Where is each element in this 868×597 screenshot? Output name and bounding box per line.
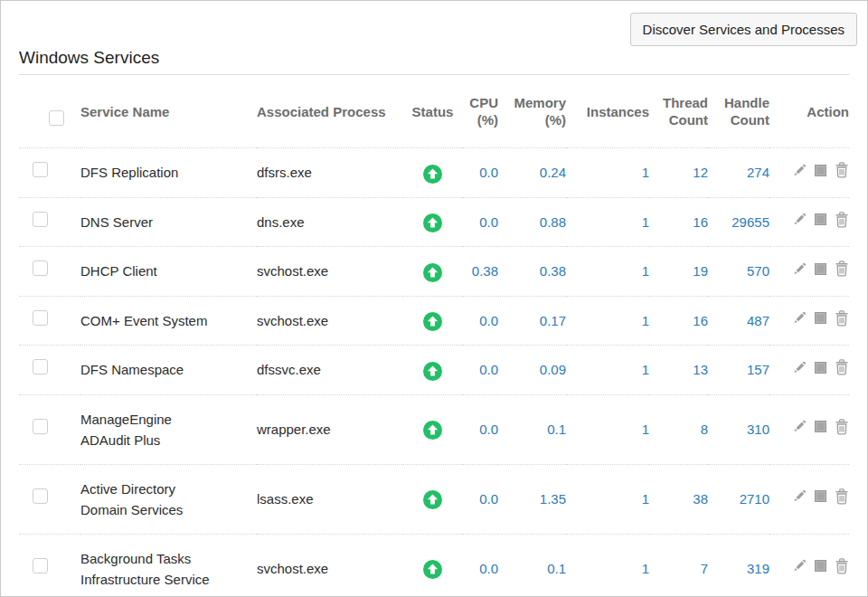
- row-checkbox[interactable]: [33, 162, 48, 177]
- services-table: Service Name Associated Process Status C…: [19, 75, 849, 597]
- header-row: Service Name Associated Process Status C…: [19, 75, 849, 148]
- table-row: COM+ Event Systemsvchost.exe 0.00.171164…: [19, 296, 849, 346]
- row-actions: [791, 488, 849, 505]
- row-checkbox[interactable]: [33, 359, 48, 374]
- row-actions: [791, 162, 849, 178]
- instances-value: 1: [566, 419, 649, 440]
- cpu-value: 0.0: [462, 359, 498, 380]
- stop-icon: [815, 312, 826, 324]
- memory-value: 0.09: [498, 359, 566, 380]
- delete-action-button[interactable]: [835, 359, 849, 375]
- cpu-value: 0.38: [462, 261, 498, 281]
- associated-process: dns.exe: [257, 212, 403, 232]
- stop-icon: [815, 213, 826, 225]
- associated-process: wrapper.exe: [257, 419, 403, 440]
- service-name: DHCP Client: [80, 261, 257, 281]
- status-up-icon: [423, 490, 442, 509]
- thread-count-value: 8: [649, 419, 708, 440]
- row-checkbox[interactable]: [33, 558, 48, 573]
- memory-value: 1.35: [498, 488, 566, 509]
- edit-action-button[interactable]: [791, 488, 807, 504]
- associated-process: svchost.exe: [257, 310, 403, 331]
- status-up-icon: [423, 213, 442, 232]
- instances-value: 1: [566, 310, 649, 331]
- stop-icon: [815, 490, 826, 502]
- delete-action-button[interactable]: [835, 261, 849, 277]
- delete-icon: [835, 310, 849, 327]
- handle-count-value: 2710: [708, 488, 769, 509]
- edit-action-button[interactable]: [791, 419, 807, 434]
- select-all-checkbox[interactable]: [49, 110, 64, 126]
- delete-action-button[interactable]: [835, 488, 849, 505]
- stop-icon: [815, 165, 826, 176]
- stop-action-button[interactable]: [815, 362, 826, 374]
- memory-value: 0.38: [498, 261, 566, 281]
- delete-icon: [835, 162, 849, 178]
- thread-count-value: 19: [649, 261, 708, 281]
- associated-process: lsass.exe: [257, 488, 403, 509]
- status-up-icon: [423, 165, 442, 184]
- stop-action-button[interactable]: [815, 165, 826, 176]
- status-up-icon: [423, 560, 442, 579]
- delete-action-button[interactable]: [835, 310, 849, 327]
- service-name: COM+ Event System: [80, 310, 257, 331]
- thread-count-value: 7: [649, 558, 708, 579]
- windows-services-panel: Discover Services and Processes Windows …: [0, 0, 868, 597]
- handle-count-value: 310: [708, 419, 769, 440]
- thread-count-value: 13: [649, 359, 708, 380]
- edit-action-button[interactable]: [791, 163, 807, 178]
- row-checkbox[interactable]: [33, 261, 48, 276]
- thread-count-value: 16: [649, 212, 708, 232]
- service-name: DNS Server: [80, 212, 257, 232]
- discover-services-button[interactable]: Discover Services and Processes: [630, 13, 857, 46]
- row-actions: [791, 419, 849, 435]
- delete-action-button[interactable]: [835, 212, 849, 228]
- page-title: Windows Services: [19, 48, 849, 75]
- memory-value: 0.24: [498, 162, 566, 183]
- instances-value: 1: [566, 162, 649, 183]
- delete-icon: [835, 558, 849, 574]
- column-header-action: Action: [769, 75, 849, 148]
- row-checkbox[interactable]: [33, 310, 48, 326]
- thread-count-value: 38: [649, 488, 708, 509]
- handle-count-value: 157: [708, 359, 769, 380]
- memory-value: 0.1: [498, 558, 566, 579]
- cpu-value: 0.0: [462, 419, 498, 440]
- edit-icon: [791, 212, 807, 227]
- row-actions: [791, 558, 849, 574]
- status-up-icon: [423, 263, 442, 282]
- row-actions: [791, 359, 849, 375]
- stop-action-button[interactable]: [815, 312, 826, 324]
- stop-action-button[interactable]: [815, 263, 826, 275]
- stop-action-button[interactable]: [815, 421, 826, 432]
- delete-icon: [835, 212, 849, 228]
- edit-icon: [791, 558, 807, 573]
- stop-action-button[interactable]: [815, 490, 826, 502]
- column-header-service-name: Service Name: [80, 75, 257, 148]
- stop-action-button[interactable]: [815, 560, 826, 572]
- edit-action-button[interactable]: [791, 558, 807, 573]
- row-checkbox[interactable]: [33, 212, 48, 227]
- cpu-value: 0.0: [462, 212, 498, 232]
- stop-action-button[interactable]: [815, 213, 826, 225]
- stop-icon: [815, 421, 826, 432]
- edit-action-button[interactable]: [791, 261, 807, 277]
- instances-value: 1: [566, 488, 649, 509]
- edit-action-button[interactable]: [791, 310, 807, 326]
- edit-action-button[interactable]: [791, 212, 807, 227]
- delete-action-button[interactable]: [835, 558, 849, 574]
- delete-action-button[interactable]: [835, 162, 849, 178]
- status-up-icon: [423, 362, 442, 381]
- associated-process: dfssvc.exe: [257, 359, 403, 380]
- delete-action-button[interactable]: [835, 419, 849, 435]
- row-checkbox[interactable]: [33, 419, 48, 434]
- edit-icon: [791, 163, 807, 178]
- edit-action-button[interactable]: [791, 360, 807, 375]
- service-name: ManageEngine ADAudit Plus: [80, 409, 257, 450]
- associated-process: svchost.exe: [257, 261, 403, 281]
- thread-count-value: 12: [649, 162, 708, 183]
- table-row: Active Directory Domain Serviceslsass.ex…: [19, 464, 849, 534]
- handle-count-value: 29655: [708, 212, 769, 232]
- row-actions: [791, 310, 849, 327]
- row-checkbox[interactable]: [33, 488, 48, 504]
